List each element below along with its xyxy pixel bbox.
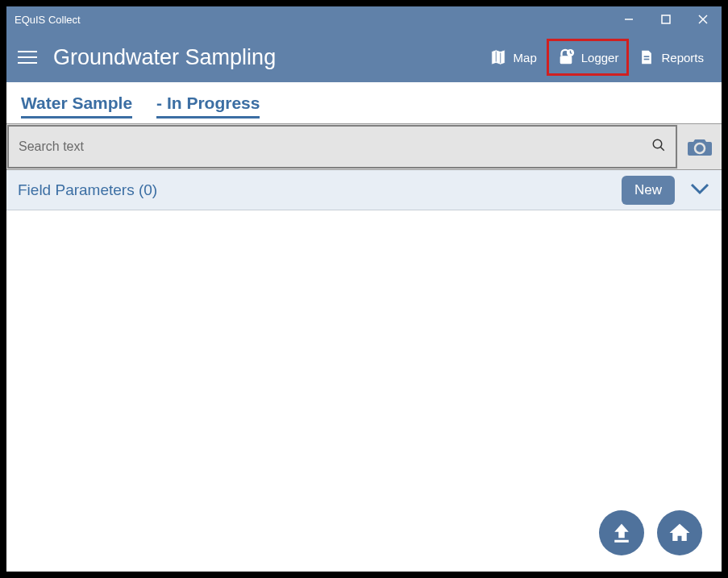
svg-rect-7 bbox=[644, 59, 650, 60]
section-field-parameters: Field Parameters (0) New bbox=[6, 170, 722, 210]
svg-rect-6 bbox=[644, 56, 650, 57]
title-bar: EQuIS Collect bbox=[6, 6, 722, 32]
reports-button[interactable]: Reports bbox=[630, 39, 712, 76]
menu-button[interactable] bbox=[18, 51, 39, 64]
map-button[interactable]: Map bbox=[481, 39, 545, 76]
app-header: Groundwater Sampling Map Logger Reports bbox=[6, 32, 722, 82]
upload-icon bbox=[609, 521, 634, 545]
camera-button[interactable] bbox=[678, 124, 722, 169]
maximize-icon bbox=[661, 15, 671, 24]
expand-toggle[interactable] bbox=[689, 181, 710, 199]
content-area bbox=[6, 210, 722, 572]
svg-rect-4 bbox=[560, 56, 572, 64]
section-title: Field Parameters (0) bbox=[18, 181, 622, 199]
hamburger-icon bbox=[18, 51, 37, 52]
map-label: Map bbox=[514, 51, 537, 64]
map-icon bbox=[489, 48, 507, 66]
chevron-down-icon bbox=[689, 181, 710, 196]
camera-icon bbox=[687, 136, 713, 157]
svg-point-8 bbox=[653, 139, 662, 148]
minimize-icon bbox=[624, 15, 634, 24]
reports-icon bbox=[639, 48, 655, 66]
logger-icon bbox=[557, 48, 575, 66]
window-title: EQuIS Collect bbox=[15, 14, 610, 26]
upload-fab[interactable] bbox=[599, 510, 644, 555]
new-button[interactable]: New bbox=[622, 176, 675, 205]
close-button[interactable] bbox=[684, 6, 722, 32]
svg-rect-1 bbox=[662, 15, 670, 23]
app-window: EQuIS Collect Groundwater Sampling Map L… bbox=[6, 6, 722, 572]
reports-label: Reports bbox=[661, 51, 704, 64]
page-title: Groundwater Sampling bbox=[53, 45, 481, 70]
home-icon bbox=[668, 521, 692, 545]
tab-water-sample[interactable]: Water Sample bbox=[21, 94, 132, 119]
close-icon bbox=[697, 14, 709, 25]
svg-rect-11 bbox=[614, 540, 629, 543]
maximize-button[interactable] bbox=[647, 6, 684, 32]
minimize-button[interactable] bbox=[610, 6, 647, 32]
tab-in-progress[interactable]: - In Progress bbox=[156, 94, 260, 119]
search-icon[interactable] bbox=[651, 138, 666, 156]
search-wrapper bbox=[7, 125, 677, 168]
header-actions: Map Logger Reports bbox=[481, 39, 712, 76]
logger-label: Logger bbox=[581, 51, 619, 64]
home-fab[interactable] bbox=[657, 510, 702, 555]
svg-line-9 bbox=[660, 147, 664, 151]
search-row bbox=[6, 123, 722, 170]
tabs-row: Water Sample - In Progress bbox=[6, 82, 722, 123]
search-input[interactable] bbox=[19, 139, 651, 154]
logger-button[interactable]: Logger bbox=[547, 39, 630, 76]
